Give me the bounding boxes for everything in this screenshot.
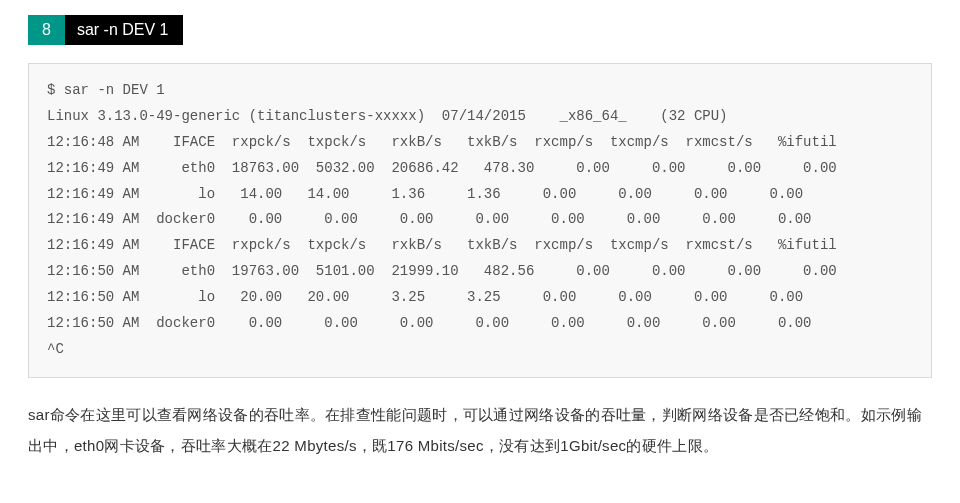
code-data-row: 12:16:50 AM eth0 19763.00 5101.00 21999.… [47, 263, 837, 279]
code-interrupt: ^C [47, 341, 64, 357]
section-header: 8 sar -n DEV 1 [28, 15, 183, 45]
code-data-row: 12:16:49 AM eth0 18763.00 5032.00 20686.… [47, 160, 837, 176]
code-data-row: 12:16:49 AM lo 14.00 14.00 1.36 1.36 0.0… [47, 186, 803, 202]
code-header-row: 12:16:48 AM IFACE rxpck/s txpck/s rxkB/s… [47, 134, 837, 150]
code-sysline: Linux 3.13.0-49-generic (titanclusters-x… [47, 108, 728, 124]
section-title: sar -n DEV 1 [65, 15, 183, 45]
code-header-row: 12:16:49 AM IFACE rxpck/s txpck/s rxkB/s… [47, 237, 837, 253]
code-prompt: $ sar -n DEV 1 [47, 82, 165, 98]
code-data-row: 12:16:49 AM docker0 0.00 0.00 0.00 0.00 … [47, 211, 812, 227]
explanation-paragraph: sar命令在这里可以查看网络设备的吞吐率。在排查性能问题时，可以通过网络设备的吞… [28, 400, 932, 462]
section-number: 8 [28, 15, 65, 45]
code-block: $ sar -n DEV 1 Linux 3.13.0-49-generic (… [28, 63, 932, 378]
code-data-row: 12:16:50 AM lo 20.00 20.00 3.25 3.25 0.0… [47, 289, 803, 305]
code-data-row: 12:16:50 AM docker0 0.00 0.00 0.00 0.00 … [47, 315, 812, 331]
